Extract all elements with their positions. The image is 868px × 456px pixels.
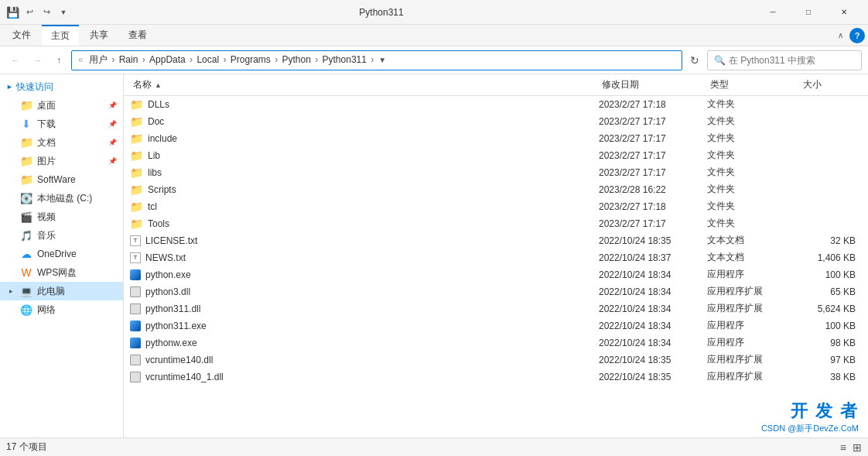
list-view-icon[interactable]: ≡ [840, 441, 846, 454]
search-box[interactable]: 🔍 [707, 50, 862, 70]
maximize-button[interactable]: □ [791, 0, 826, 25]
table-row[interactable]: 📁 Doc 2023/2/27 17:17 文件夹 [124, 113, 868, 130]
search-icon: 🔍 [714, 55, 726, 66]
col-header-name[interactable]: 名称 ▲ [130, 77, 599, 93]
sidebar-item-onedrive[interactable]: ☁ OneDrive [0, 245, 123, 263]
item-count: 17 个项目 [6, 441, 47, 454]
file-date: 2022/10/24 18:34 [599, 286, 707, 297]
sidebar-label-drive-c: 本地磁盘 (C:) [37, 192, 92, 205]
folder-icon: 📁 [130, 183, 143, 196]
file-name: python311.dll [145, 303, 200, 314]
address-path[interactable]: « 用户 › Rain › AppData › Local › Programs… [71, 50, 682, 70]
video-icon: 🎬 [20, 211, 32, 223]
minimize-button[interactable]: ─ [755, 0, 791, 25]
file-name: libs [148, 167, 162, 178]
file-date: 2022/10/24 18:34 [599, 269, 707, 280]
sidebar-item-this-pc[interactable]: ▸ 💻 此电脑 [0, 282, 123, 300]
table-row[interactable]: python3.dll 2022/10/24 18:34 应用程序扩展 65 K… [124, 283, 868, 300]
file-name: Scripts [148, 184, 176, 195]
table-row[interactable]: 📁 Lib 2023/2/27 17:17 文件夹 [124, 147, 868, 164]
table-row[interactable]: T LICENSE.txt 2022/10/24 18:35 文本文档 32 K… [124, 232, 868, 249]
refresh-button[interactable]: ↻ [685, 51, 704, 70]
file-type: 文件夹 [707, 132, 800, 145]
forward-button[interactable]: → [28, 51, 46, 70]
file-date: 2022/10/24 18:34 [599, 321, 707, 331]
dropdown-icon[interactable]: ▼ [57, 6, 70, 19]
file-size: 5,624 KB [800, 303, 862, 314]
back-button[interactable]: ← [6, 51, 25, 70]
sidebar-item-docs[interactable]: 📁 文档 📌 [0, 133, 123, 152]
table-row[interactable]: 📁 include 2023/2/27 17:17 文件夹 [124, 130, 868, 147]
col-header-date[interactable]: 修改日期 [599, 77, 707, 93]
col-header-type[interactable]: 类型 [707, 77, 800, 93]
table-row[interactable]: 📁 Scripts 2023/2/28 16:22 文件夹 [124, 181, 868, 198]
table-row[interactable]: T NEWS.txt 2022/10/24 18:37 文本文档 1,406 K… [124, 249, 868, 266]
sidebar-label-desktop: 桌面 [37, 99, 56, 112]
file-name-cell: 📁 include [130, 132, 599, 145]
table-row[interactable]: pythonw.exe 2022/10/24 18:34 应用程序 98 KB [124, 334, 868, 351]
pin-icon[interactable]: 📌 [108, 139, 117, 146]
table-row[interactable]: python.exe 2022/10/24 18:34 应用程序 100 KB [124, 266, 868, 283]
tab-file[interactable]: 文件 [3, 26, 40, 45]
ribbon-collapse-icon[interactable]: ∧ [835, 29, 846, 41]
close-button[interactable]: ✕ [826, 0, 862, 25]
sidebar-item-music[interactable]: 🎵 音乐 [0, 226, 123, 245]
file-type: 应用程序 [707, 319, 800, 332]
file-name: python.exe [145, 269, 191, 280]
file-size: 65 KB [800, 286, 862, 297]
table-row[interactable]: vcruntime140_1.dll 2022/10/24 18:35 应用程序… [124, 369, 868, 386]
file-name-cell: 📁 libs [130, 166, 599, 179]
file-name-cell: 📁 tcl [130, 201, 599, 213]
computer-icon: 💻 [20, 285, 32, 297]
pin-icon[interactable]: 📌 [108, 157, 117, 165]
cloud-icon: ☁ [20, 248, 32, 260]
col-name-label: 名称 [133, 78, 152, 91]
address-dropdown-icon[interactable]: ▼ [378, 56, 386, 64]
file-date: 2023/2/28 16:22 [599, 184, 707, 195]
table-row[interactable]: python311.dll 2022/10/24 18:34 应用程序扩展 5,… [124, 300, 868, 317]
col-header-size[interactable]: 大小 [800, 77, 862, 93]
ribbon-right: ∧ ? [835, 28, 865, 43]
up-button[interactable]: ↑ [50, 51, 68, 70]
pin-icon[interactable]: 📌 [108, 101, 117, 109]
pin-icon[interactable]: 📌 [108, 120, 117, 128]
sidebar-item-network[interactable]: 🌐 网络 [0, 300, 123, 319]
table-row[interactable]: python311.exe 2022/10/24 18:34 应用程序 100 … [124, 317, 868, 334]
file-name: Lib [148, 150, 160, 161]
dll-icon [130, 355, 141, 365]
help-button[interactable]: ? [849, 28, 865, 43]
table-row[interactable]: 📁 libs 2023/2/27 17:17 文件夹 [124, 164, 868, 181]
sidebar-item-desktop[interactable]: 📁 桌面 📌 [0, 96, 123, 115]
sidebar-item-videos[interactable]: 🎬 视频 [0, 207, 123, 226]
title-bar-icons: 💾 ↩ ↪ ▼ [6, 6, 70, 19]
file-type: 文件夹 [707, 149, 800, 162]
sidebar-item-wps[interactable]: W WPS网盘 [0, 263, 123, 282]
file-name: Tools [148, 218, 169, 229]
tab-home[interactable]: 主页 [42, 25, 79, 46]
file-size: 97 KB [800, 355, 862, 365]
folder-icon: 📁 [130, 115, 143, 128]
file-size: 100 KB [800, 269, 862, 280]
file-size: 98 KB [800, 338, 862, 348]
sidebar-item-download[interactable]: ⬇ 下载 📌 [0, 115, 123, 133]
sidebar-label-software: SoftWare [37, 174, 76, 185]
tab-view[interactable]: 查看 [119, 26, 156, 45]
sidebar-item-software[interactable]: 📁 SoftWare [0, 170, 123, 189]
table-row[interactable]: vcruntime140.dll 2022/10/24 18:35 应用程序扩展… [124, 351, 868, 369]
table-row[interactable]: 📁 tcl 2023/2/27 17:18 文件夹 [124, 198, 868, 215]
file-name: NEWS.txt [145, 252, 186, 263]
network-icon: 🌐 [20, 303, 32, 316]
tab-share[interactable]: 共享 [80, 26, 118, 45]
sidebar-item-pictures[interactable]: 📁 图片 📌 [0, 152, 123, 170]
file-type: 文件夹 [707, 217, 800, 230]
sidebar-label-docs: 文档 [37, 136, 56, 149]
file-type: 应用程序扩展 [707, 302, 800, 315]
search-input[interactable] [729, 55, 855, 66]
file-type: 应用程序 [707, 268, 800, 281]
sidebar-quick-access[interactable]: ► 快速访问 [0, 77, 123, 96]
grid-view-icon[interactable]: ⊞ [853, 441, 862, 454]
table-row[interactable]: 📁 DLLs 2023/2/27 17:18 文件夹 [124, 96, 868, 113]
file-rows-container: 📁 DLLs 2023/2/27 17:18 文件夹 📁 Doc 2023/2/… [124, 96, 868, 386]
sidebar-item-drive-c[interactable]: 💽 本地磁盘 (C:) [0, 189, 123, 207]
table-row[interactable]: 📁 Tools 2023/2/27 17:17 文件夹 [124, 215, 868, 232]
